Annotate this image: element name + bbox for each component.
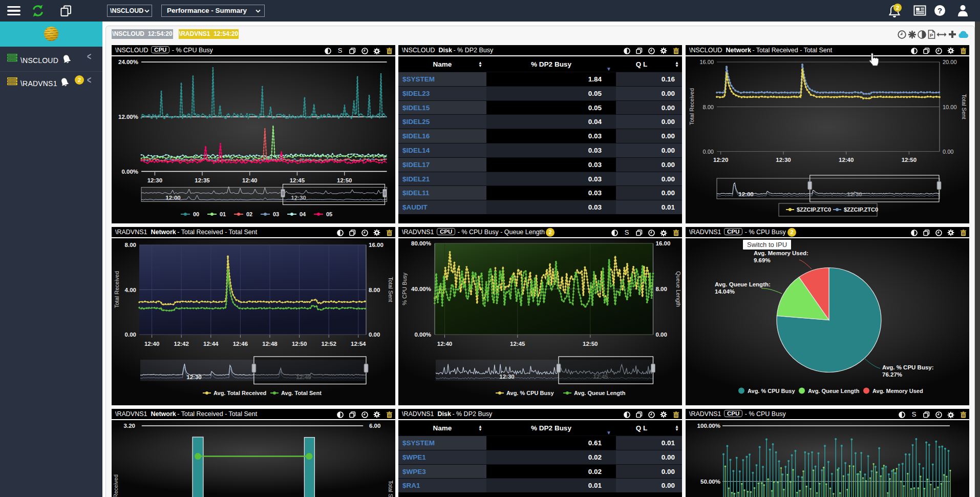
- svg-text:Avg. Queue Length: Avg. Queue Length: [574, 390, 626, 396]
- svg-text:% CPU Busy: % CPU Busy: [401, 273, 408, 305]
- svg-text:0.00: 0.00: [703, 149, 714, 155]
- svg-text:12:48: 12:48: [262, 341, 278, 347]
- svg-text:3.20: 3.20: [124, 423, 135, 429]
- svg-text:$ZZCIP.ZTC0: $ZZCIP.ZTC0: [797, 206, 831, 213]
- svg-text:Total Received: Total Received: [114, 271, 120, 308]
- svg-text:Avg. Memory Used:: Avg. Memory Used:: [754, 250, 808, 256]
- svg-text:12:44: 12:44: [203, 341, 219, 347]
- svg-text:Avg. Total Received: Avg. Total Received: [214, 390, 266, 396]
- svg-text:Total Received: Total Received: [689, 88, 695, 125]
- svg-text:12:40: 12:40: [144, 341, 159, 347]
- svg-text:12:50: 12:50: [292, 341, 307, 347]
- svg-text:12:20: 12:20: [713, 157, 728, 163]
- svg-text:Total Sent: Total Sent: [961, 94, 967, 119]
- svg-text:8.00: 8.00: [656, 286, 667, 292]
- svg-text:Avg. Total Sent: Avg. Total Sent: [281, 390, 322, 396]
- svg-text:12:30: 12:30: [291, 195, 306, 201]
- svg-text:12:30: 12:30: [776, 157, 791, 163]
- svg-text:12.00%: 12.00%: [118, 114, 138, 120]
- svg-text:76.27%: 76.27%: [882, 371, 902, 378]
- svg-text:12:30: 12:30: [147, 177, 162, 183]
- svg-text:12:42: 12:42: [174, 341, 188, 347]
- svg-text:12:35: 12:35: [195, 177, 210, 183]
- svg-text:12:46: 12:46: [233, 341, 248, 347]
- svg-text:10.00: 10.00: [943, 104, 957, 110]
- svg-text:100.00%: 100.00%: [697, 423, 720, 429]
- svg-text:12:40: 12:40: [242, 177, 257, 183]
- svg-text:4.00: 4.00: [125, 287, 136, 293]
- svg-text:8.00: 8.00: [125, 242, 136, 248]
- svg-text:Total Sent: Total Sent: [388, 277, 394, 302]
- svg-text:02: 02: [246, 211, 252, 217]
- svg-text:12:45: 12:45: [290, 177, 305, 183]
- svg-text:0.00%: 0.00%: [121, 169, 138, 175]
- svg-text:16.00: 16.00: [699, 59, 714, 65]
- svg-text:12:54: 12:54: [351, 341, 366, 347]
- svg-text:12:45: 12:45: [510, 341, 525, 347]
- svg-text:12:52: 12:52: [321, 341, 336, 347]
- svg-text:Avg. % CPU Busy: Avg. % CPU Busy: [506, 390, 554, 396]
- svg-text:Total Sent: Total Sent: [388, 481, 394, 497]
- svg-text:?: ?: [938, 6, 942, 15]
- svg-text:Queue Length: Queue Length: [675, 271, 681, 307]
- svg-text:0.00%: 0.00%: [414, 332, 431, 338]
- svg-text:12:40: 12:40: [437, 341, 452, 347]
- svg-text:12:50: 12:50: [902, 157, 917, 163]
- svg-text:0.00: 0.00: [656, 332, 667, 338]
- svg-text:12:50: 12:50: [337, 177, 352, 183]
- svg-text:P: P: [930, 32, 933, 38]
- svg-text:6.00: 6.00: [369, 423, 380, 429]
- svg-text:20.00: 20.00: [943, 59, 957, 65]
- svg-text:12:40: 12:40: [839, 157, 854, 163]
- svg-text:40.00%: 40.00%: [411, 286, 431, 292]
- svg-text:00: 00: [193, 211, 199, 217]
- svg-text:8.00: 8.00: [369, 287, 380, 293]
- svg-text:03: 03: [273, 211, 279, 217]
- svg-text:05: 05: [326, 211, 332, 217]
- svg-text:01: 01: [220, 211, 226, 217]
- svg-text:0.00: 0.00: [369, 332, 380, 338]
- svg-text:12:00: 12:00: [738, 191, 753, 197]
- svg-text:12:50: 12:50: [583, 341, 598, 347]
- svg-text:14.04%: 14.04%: [715, 288, 735, 295]
- svg-text:12:30: 12:30: [499, 374, 514, 380]
- svg-text:$ZZCIP.ZTC0: $ZZCIP.ZTC0: [844, 206, 878, 213]
- svg-text:Avg. % CPU Busy:: Avg. % CPU Busy:: [882, 364, 934, 370]
- svg-text:Avg. Queue Length:: Avg. Queue Length:: [715, 281, 771, 287]
- svg-text:8.00: 8.00: [703, 104, 714, 110]
- svg-text:16.00: 16.00: [656, 240, 671, 246]
- svg-text:24.00%: 24.00%: [118, 59, 138, 65]
- svg-text:04: 04: [300, 211, 306, 217]
- svg-text:2: 2: [896, 5, 899, 11]
- svg-text:0.00: 0.00: [943, 149, 953, 155]
- svg-text:Total Received: Total Received: [113, 474, 119, 497]
- svg-text:80.00%: 80.00%: [411, 240, 431, 246]
- svg-text:0.00: 0.00: [125, 332, 136, 338]
- svg-text:9.69%: 9.69%: [754, 257, 771, 263]
- svg-text:Avg. % CPU Busy: Avg. % CPU Busy: [748, 388, 795, 394]
- svg-text:12:30: 12:30: [186, 374, 201, 380]
- svg-text:16.00: 16.00: [369, 242, 384, 248]
- svg-text:Avg. Memory Used: Avg. Memory Used: [872, 388, 923, 394]
- svg-text:50.00%: 50.00%: [700, 479, 720, 485]
- svg-text:Avg. Queue Length: Avg. Queue Length: [808, 388, 860, 394]
